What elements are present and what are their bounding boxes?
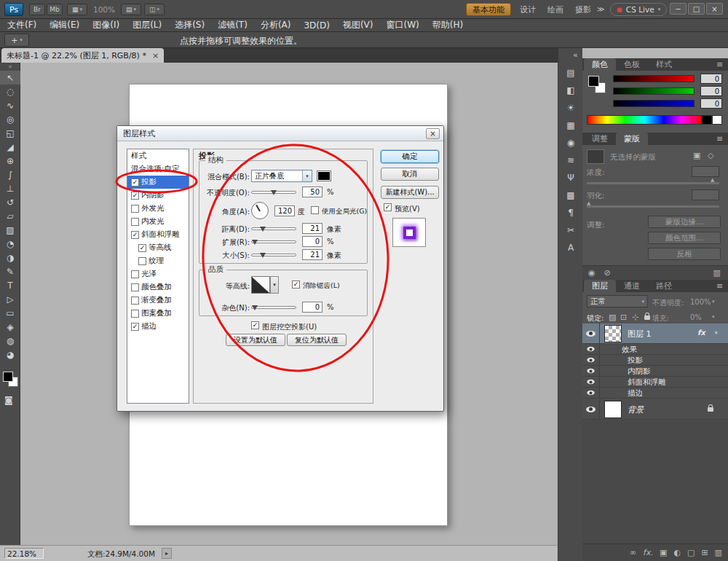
opacity-slider[interactable] — [251, 191, 296, 194]
brush-tool[interactable]: ∫ — [0, 168, 20, 181]
styles-list-item-outer-glow[interactable]: 外发光 — [127, 202, 189, 215]
elliptical-marquee-tool[interactable]: ◌ — [0, 85, 20, 98]
spectrum-black-chip[interactable] — [702, 115, 712, 125]
styles-list-item-color-overlay[interactable]: 颜色叠加 — [127, 280, 189, 294]
antialias-checkbox[interactable]: ✓ — [292, 280, 300, 289]
delete-layer-icon[interactable]: ▥ — [715, 548, 722, 557]
noise-slider[interactable] — [251, 306, 296, 309]
dock-collapse-button[interactable]: « — [573, 50, 578, 60]
quick-mask-button[interactable]: ◙ — [4, 395, 13, 405]
density-slider-thumb[interactable]: ▲ — [711, 177, 714, 183]
menu-item-window[interactable]: 窗口(W) — [387, 19, 419, 31]
preview-checkbox[interactable]: ✓ — [384, 203, 392, 211]
workspace-design-button[interactable]: 设计 — [515, 3, 540, 16]
styles-list-item-contour[interactable]: ✓等高线 — [127, 241, 189, 254]
lock-position-icon[interactable]: ⊹ — [632, 313, 638, 322]
panel-menu-icon[interactable]: ≡ — [716, 281, 723, 291]
density-slider[interactable] — [587, 182, 719, 184]
arrange-documents-button[interactable]: ▤▾ — [121, 4, 141, 15]
add-vector-mask-icon[interactable]: ◇ — [708, 151, 713, 160]
tab-channels[interactable]: 通道 — [616, 280, 648, 292]
panel-menu-icon[interactable]: ≡ — [716, 134, 723, 144]
menu-item-help[interactable]: 帮助(H) — [432, 19, 463, 31]
effect-row-bevel-emboss[interactable]: 斜面和浮雕 — [582, 377, 728, 388]
effects-header-row[interactable]: 效果 — [582, 344, 728, 355]
toolbar-collapse-icon[interactable]: » — [0, 63, 20, 71]
checkbox[interactable] — [138, 257, 146, 265]
cancel-button[interactable]: 取消 — [381, 168, 439, 181]
styles-list-item-inner-shadow[interactable]: ✓内阴影 — [127, 189, 189, 202]
cs-live-button[interactable]: ●CS Live▾ — [610, 3, 667, 16]
slider-thumb[interactable] — [271, 190, 277, 195]
noise-field[interactable]: 0 — [302, 302, 323, 313]
close-button[interactable]: × — [706, 3, 723, 15]
size-slider[interactable] — [251, 254, 296, 256]
tab-close-icon[interactable]: × — [152, 51, 159, 60]
feather-value-field[interactable] — [692, 189, 719, 200]
rectangle-tool[interactable]: ▭ — [0, 306, 20, 320]
menu-item-filter[interactable]: 滤镜(T) — [218, 19, 248, 31]
checkbox[interactable] — [131, 205, 139, 213]
trash-icon[interactable]: ▥ — [713, 268, 721, 278]
crop-tool[interactable]: ◱ — [0, 126, 20, 140]
effect-row-inner-shadow[interactable]: 内阴影 — [582, 366, 728, 377]
shadow-color-swatch[interactable] — [317, 170, 331, 181]
styles-list-item-blending-options[interactable]: 混合选项:自定 — [127, 162, 189, 176]
checkbox[interactable]: ✓ — [138, 244, 146, 252]
collapse-effects-icon[interactable]: ▾ — [715, 330, 718, 336]
fill-value[interactable]: 0% — [690, 313, 702, 321]
visibility-cell[interactable] — [582, 323, 600, 343]
effect-row-drop-shadow[interactable]: 投影 — [582, 355, 728, 366]
opacity-value[interactable]: 100% — [690, 298, 711, 306]
blur-tool[interactable]: ◔ — [0, 237, 20, 251]
layer-thumbnail[interactable] — [604, 401, 622, 418]
visibility-cell[interactable] — [582, 366, 600, 376]
tab-styles[interactable]: 样式 — [648, 58, 680, 71]
minimize-button[interactable]: − — [670, 3, 687, 15]
menu-item-view[interactable]: 视图(V) — [343, 19, 373, 31]
new-group-icon[interactable]: ▢ — [687, 548, 695, 557]
current-tool-preset[interactable]: +▾ — [4, 34, 29, 47]
layer-name[interactable]: 图层 1 — [628, 329, 652, 340]
ok-button[interactable]: 确定 — [381, 150, 439, 163]
styles-list-item-inner-glow[interactable]: 内发光 — [127, 215, 189, 228]
styles-list-item-satin[interactable]: 光泽 — [127, 267, 189, 280]
fx-badge[interactable]: fx — [697, 329, 705, 337]
blend-mode-dropdown[interactable]: 正常▾ — [587, 295, 648, 307]
layer-comps-panel-icon[interactable]: ≋ — [558, 152, 583, 169]
visibility-cell[interactable] — [582, 388, 600, 398]
styles-list-item-drop-shadow[interactable]: ✓投影 — [127, 176, 189, 189]
workspace-painting-button[interactable]: 绘画 — [543, 3, 568, 16]
dialog-title-bar[interactable]: 图层样式 — [117, 126, 443, 141]
styles-list-item-gradient-overlay[interactable]: 渐变叠加 — [127, 294, 189, 307]
menu-item-layer[interactable]: 图层(L) — [132, 19, 162, 31]
green-slider[interactable] — [613, 87, 695, 95]
invert-button[interactable]: 反相 — [648, 248, 721, 260]
3d-rotate-tool[interactable]: ◈ — [0, 320, 20, 334]
styles-list-item-bevel-emboss[interactable]: ✓斜面和浮雕 — [127, 228, 189, 241]
angle-dial[interactable] — [251, 202, 269, 219]
chevron-down-icon[interactable]: ▾ — [712, 314, 715, 320]
tab-adjustments[interactable]: 调整 — [584, 133, 616, 145]
red-slider[interactable] — [613, 75, 695, 82]
add-pixel-mask-icon[interactable]: ▣ — [693, 151, 700, 160]
tab-layers[interactable]: 图层 — [584, 280, 616, 292]
lock-pixels-icon[interactable]: ⊡ — [620, 313, 627, 322]
menu-item-image[interactable]: 图像(I) — [92, 19, 119, 31]
lasso-tool[interactable]: ∿ — [0, 98, 20, 112]
new-layer-icon[interactable]: ⊞ — [701, 548, 708, 557]
quick-selection-tool[interactable]: ◎ — [0, 112, 20, 126]
move-tool[interactable]: ↖ — [0, 71, 20, 85]
workspace-overflow-button[interactable]: ≫ — [597, 5, 604, 13]
global-light-checkbox[interactable] — [311, 206, 319, 214]
restore-button[interactable]: □ — [688, 3, 705, 15]
lock-transparent-icon[interactable]: ▨ — [609, 313, 616, 322]
link-layers-icon[interactable]: ∞ — [630, 548, 636, 557]
adjustments-panel-icon[interactable]: ☀ — [558, 99, 583, 117]
effect-row-stroke[interactable]: 描边 — [582, 388, 728, 399]
path-selection-tool[interactable]: ▷ — [0, 292, 20, 306]
layer-name[interactable]: 背景 — [628, 404, 644, 415]
angle-field[interactable]: 120 — [274, 205, 295, 216]
menu-item-3d[interactable]: 3D(D) — [304, 20, 329, 31]
layer-row-background[interactable]: 背景 — [582, 399, 728, 420]
